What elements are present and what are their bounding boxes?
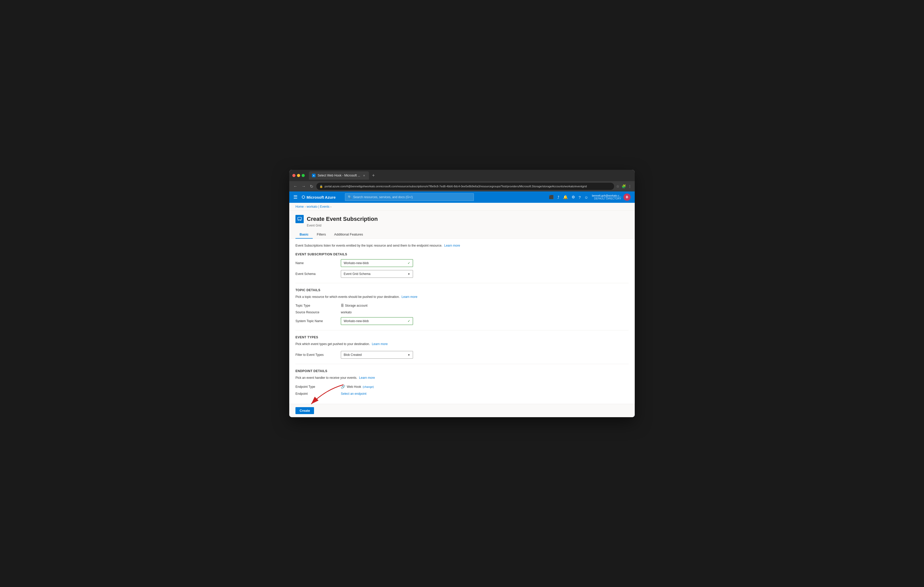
event-schema-dropdown[interactable]: Event Grid Schema ▼ xyxy=(341,270,413,278)
endpoint-type-row: Endpoint Type 🔗 Web Hook (change) xyxy=(295,385,629,389)
page-header: Create Event Subscription Event Grid xyxy=(289,211,635,227)
endpoint-row: Endpoint Select an endpoint xyxy=(295,392,629,396)
filter-event-types-label: Filter to Event Types xyxy=(295,353,337,357)
endpoint-description: Pick an event handler to receive your ev… xyxy=(295,376,629,380)
search-placeholder: Search resources, services, and docs (G+… xyxy=(353,195,413,199)
help-icon[interactable]: ? xyxy=(579,195,581,199)
divider-1 xyxy=(295,283,629,283)
tab-favicon: A xyxy=(312,174,315,177)
endpoint-learn-more[interactable]: Learn more xyxy=(359,376,375,380)
webhook-icon: 🔗 xyxy=(341,385,345,389)
filter-event-types-dropdown[interactable]: Blob Created ▼ xyxy=(341,351,413,359)
breadcrumb-workato-events[interactable]: workato | Events xyxy=(307,205,330,209)
tab-basic[interactable]: Basic xyxy=(295,230,313,238)
close-button[interactable] xyxy=(292,174,295,177)
tabs: Basic Filters Additional Features xyxy=(289,227,635,238)
azure-logo-icon: ⬡ xyxy=(302,195,305,199)
change-endpoint-link[interactable]: (change) xyxy=(363,385,374,388)
breadcrumb-sep-1: › xyxy=(305,206,305,208)
topic-type-row: Topic Type 🗄 Storage account xyxy=(295,304,629,307)
event-schema-arrow: ▼ xyxy=(408,273,410,275)
tab-close-button[interactable]: ✕ xyxy=(362,174,366,177)
filter-event-types-row: Filter to Event Types Blob Created ▼ xyxy=(295,351,629,359)
forward-button[interactable]: → xyxy=(300,183,307,190)
menu-icon[interactable]: ⋮ xyxy=(628,184,632,188)
event-schema-value: Event Grid Schema xyxy=(344,272,370,276)
topic-type-value: 🗄 Storage account xyxy=(341,304,367,307)
footer-bar: Create xyxy=(289,404,635,417)
topic-description: Pick a topic resource for which events s… xyxy=(295,295,629,299)
info-text: Event Subscriptions listen for events em… xyxy=(295,244,629,247)
event-types-header: EVENT TYPES xyxy=(295,335,629,339)
name-row: Name Workato-new-blob ✓ xyxy=(295,259,629,267)
endpoint-type-value: Web Hook xyxy=(347,385,361,388)
breadcrumb-sep-2: › xyxy=(330,206,331,208)
name-dropdown[interactable]: Workato-new-blob ✓ xyxy=(341,259,413,267)
event-types-learn-more[interactable]: Learn more xyxy=(372,342,388,346)
tab-title: Select Web Hook - Microsoft ... xyxy=(318,174,360,177)
breadcrumb-home[interactable]: Home xyxy=(295,205,304,209)
system-topic-dropdown[interactable]: Workato-new-blob ✓ xyxy=(341,317,413,325)
bookmark-icon[interactable]: ☆ xyxy=(616,184,620,188)
minimize-button[interactable] xyxy=(297,174,300,177)
source-resource-row: Source Resource workato xyxy=(295,311,629,314)
topic-learn-more[interactable]: Learn more xyxy=(402,295,417,299)
upload-icon[interactable]: ⤴ xyxy=(558,195,559,199)
tab-filters[interactable]: Filters xyxy=(313,230,330,238)
avatar[interactable]: B xyxy=(624,194,630,201)
svg-rect-0 xyxy=(298,217,301,220)
name-value: Workato-new-blob xyxy=(344,261,369,265)
new-tab-button[interactable]: + xyxy=(372,173,375,178)
system-topic-row: System Topic Name Workato-new-blob ✓ xyxy=(295,317,629,325)
select-endpoint-link[interactable]: Select an endpoint xyxy=(341,392,366,396)
azure-search[interactable]: 🔍 Search resources, services, and docs (… xyxy=(345,193,474,201)
notifications-icon[interactable]: 🔔 xyxy=(563,195,568,199)
page-icon xyxy=(295,215,304,223)
settings-icon[interactable]: ⚙ xyxy=(572,195,575,199)
hamburger-menu[interactable]: ☰ xyxy=(294,194,297,200)
feedback-icon[interactable]: ☺ xyxy=(584,195,588,199)
extensions-icon[interactable]: 🧩 xyxy=(622,184,626,188)
name-label: Name xyxy=(295,261,337,265)
address-bar: ← → ↻ 🔒 portal.azure.com/#@bennettgohwor… xyxy=(289,181,635,191)
back-button[interactable]: ← xyxy=(292,183,299,190)
endpoint-type-container: 🔗 Web Hook (change) xyxy=(341,385,374,389)
create-button[interactable]: Create xyxy=(295,407,314,414)
browser-window: A Select Web Hook - Microsoft ... ✕ + ← … xyxy=(289,170,635,417)
system-topic-value: Workato-new-blob xyxy=(344,319,369,323)
maximize-button[interactable] xyxy=(302,174,305,177)
endpoint-header: ENDPOINT DETAILS xyxy=(295,369,629,373)
user-directory: DEFAULT DIRECTORY xyxy=(592,197,621,200)
breadcrumb: Home › workato | Events › xyxy=(289,203,635,211)
system-topic-label: System Topic Name xyxy=(295,319,337,323)
source-resource-label: Source Resource xyxy=(295,311,337,314)
azure-logo: ⬡ Microsoft Azure xyxy=(302,195,336,199)
endpoint-label: Endpoint xyxy=(295,392,337,396)
event-schema-row: Event Schema Event Grid Schema ▼ xyxy=(295,270,629,278)
event-schema-label: Event Schema xyxy=(295,272,337,276)
cloud-shell-icon[interactable]: ⬛ xyxy=(549,195,554,199)
lock-icon: 🔒 xyxy=(319,185,323,188)
page-title: Create Event Subscription xyxy=(307,216,378,222)
learn-more-link-top[interactable]: Learn more xyxy=(444,244,460,247)
filter-event-types-arrow: ▼ xyxy=(408,354,410,356)
search-icon: 🔍 xyxy=(348,195,351,199)
url-bar[interactable]: 🔒 portal.azure.com/#@bennettgohworkato.o… xyxy=(316,183,614,190)
traffic-lights xyxy=(292,174,305,177)
user-email: bennett.goh@workato.c... xyxy=(592,194,621,197)
name-check-icon: ✓ xyxy=(408,261,410,265)
filter-event-types-value: Blob Created xyxy=(344,353,362,357)
endpoint-type-label: Endpoint Type xyxy=(295,385,337,388)
tab-additional-features[interactable]: Additional Features xyxy=(330,230,367,238)
address-actions: ☆ 🧩 ⋮ xyxy=(616,184,632,188)
storage-icon: 🗄 xyxy=(341,304,344,307)
refresh-button[interactable]: ↻ xyxy=(309,183,314,190)
azure-header: ☰ ⬡ Microsoft Azure 🔍 Search resources, … xyxy=(289,191,635,203)
topic-type-label: Topic Type xyxy=(295,304,337,307)
divider-2 xyxy=(295,330,629,330)
main-content: Event Subscriptions listen for events em… xyxy=(289,238,635,404)
page-subtitle: Event Grid xyxy=(307,224,629,227)
browser-tab[interactable]: A Select Web Hook - Microsoft ... ✕ xyxy=(309,171,369,179)
event-subscription-header: EVENT SUBSCRIPTION DETAILS xyxy=(295,253,629,256)
source-resource-value: workato xyxy=(341,311,351,314)
